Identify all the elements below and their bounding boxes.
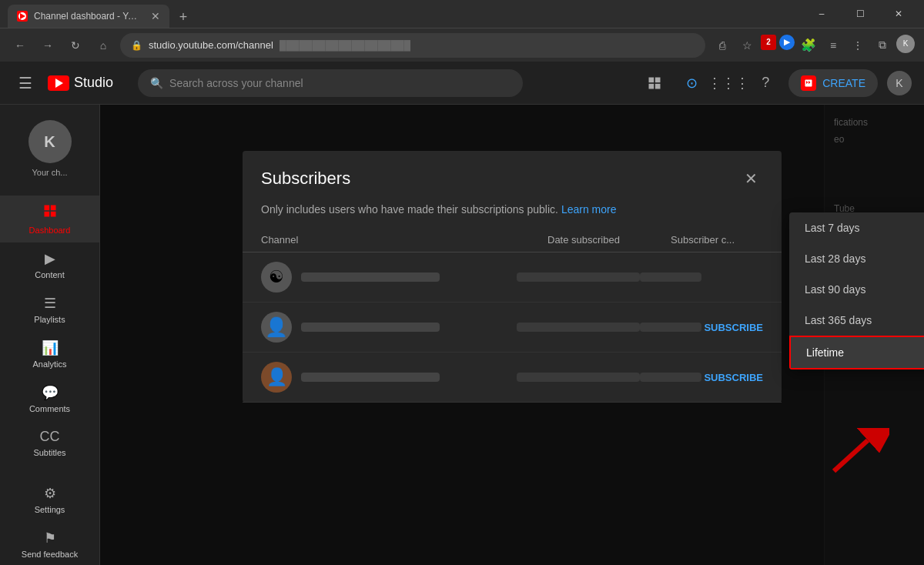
sidebar-label-content: Content	[35, 270, 65, 279]
url-redacted: ████████████████████	[280, 40, 410, 51]
dropdown-lifetime[interactable]: Lifetime	[789, 336, 924, 369]
subscriber-name-1	[301, 272, 440, 282]
subtitles-icon: CC	[40, 429, 60, 445]
yt-logo-icon	[48, 75, 69, 91]
close-btn[interactable]: ✕	[881, 0, 916, 28]
sidebar-item-feedback[interactable]: ⚑ Send feedback	[0, 522, 99, 565]
help-icon-btn[interactable]: ?	[752, 69, 779, 97]
subscribe-btn-3[interactable]: SUBSCRIBE	[701, 372, 763, 383]
svg-rect-4	[44, 206, 49, 211]
column-count: Subscriber c...	[671, 234, 763, 246]
profile-menu[interactable]: ≡	[822, 35, 844, 56]
dropdown-last365[interactable]: Last 365 days	[789, 305, 924, 336]
svg-rect-2	[649, 83, 654, 89]
channel-label: Your ch...	[32, 168, 67, 177]
subscriber-avatar-2: 👤	[261, 312, 292, 343]
modal-subtitle: Only includes users who have made their …	[243, 203, 782, 228]
sidebar-item-dashboard[interactable]: Dashboard	[0, 196, 99, 242]
yin-yang-icon: ☯	[269, 267, 284, 287]
window-controls: – ☐ ✕	[804, 0, 916, 28]
sidebar-item-playlists[interactable]: ☰ Playlists	[0, 287, 99, 332]
split-view[interactable]: ⧉	[872, 35, 893, 56]
url-bar[interactable]: 🔒 studio.youtube.com/channel ███████████…	[120, 33, 705, 58]
user-avatar-ext[interactable]: K	[896, 35, 915, 53]
minimize-btn[interactable]: –	[804, 0, 839, 28]
subscriber-avatar-1: ☯	[261, 262, 292, 293]
modal-close-btn[interactable]: ✕	[738, 166, 763, 191]
svg-rect-5	[50, 206, 55, 211]
extension-red[interactable]: 2	[761, 35, 776, 50]
subscriber-date-2	[517, 323, 640, 332]
subscriber-avatar-3: 👤	[261, 362, 292, 393]
new-tab-button[interactable]: +	[172, 6, 194, 28]
settings-icon: ⚙	[44, 485, 56, 502]
sidebar-label-playlists: Playlists	[34, 315, 65, 324]
extension-blue[interactable]: ▶	[779, 35, 795, 50]
sidebar-label-settings: Settings	[35, 505, 65, 514]
face-icon-2: 👤	[265, 316, 288, 338]
bookmark-btn[interactable]: ☆	[736, 35, 758, 56]
analytics-icon: 📊	[42, 339, 59, 356]
top-nav: ☰ Studio 🔍 ⊙ ⋮⋮⋮ ? CREATE	[0, 62, 924, 105]
create-label: CREATE	[822, 77, 865, 89]
nav-right: ⊙ ⋮⋮⋮ ? CREATE K	[641, 69, 912, 97]
active-tab[interactable]: Channel dashboard - YouTube S... ✕	[8, 5, 169, 28]
subscriber-count-2	[640, 323, 701, 332]
user-avatar[interactable]: K	[887, 71, 912, 95]
browser-chrome: Channel dashboard - YouTube S... ✕ + – ☐…	[0, 0, 924, 62]
cast-icon-btn[interactable]: ⊙	[678, 69, 705, 97]
sidebar-item-content[interactable]: ▶ Content	[0, 242, 99, 287]
maximize-btn[interactable]: ☐	[842, 0, 878, 28]
dropdown-menu: Last 7 days Last 28 days Last 90 days La…	[789, 212, 924, 369]
sidebar-label-subtitles: Subtitles	[33, 448, 65, 457]
sidebar-label-comments: Comments	[29, 404, 70, 413]
sidebar-label-analytics: Analytics	[32, 359, 66, 369]
channel-info: K Your ch...	[0, 111, 99, 183]
subscribe-btn-2[interactable]: SUBSCRIBE	[701, 322, 763, 333]
sidebar-label-dashboard: Dashboard	[29, 226, 71, 235]
sidebar-item-analytics[interactable]: 📊 Analytics	[0, 332, 99, 376]
comments-icon: 💬	[42, 384, 59, 401]
subscriber-date-1	[517, 272, 640, 282]
table-row: 👤 SUBSCRIBE	[243, 303, 782, 353]
lock-icon: 🔒	[131, 40, 142, 51]
search-bar: 🔍	[138, 69, 523, 97]
sidebar-item-subtitles[interactable]: CC Subtitles	[0, 421, 99, 465]
yt-play-icon	[55, 79, 63, 88]
create-button[interactable]: CREATE	[788, 69, 878, 97]
sidebar-item-settings[interactable]: ⚙ Settings	[0, 477, 99, 522]
yt-studio-app: ☰ Studio 🔍 ⊙ ⋮⋮⋮ ? CREATE	[0, 62, 924, 565]
address-bar: ← → ↻ ⌂ 🔒 studio.youtube.com/channel ███…	[0, 28, 924, 62]
learn-more-link[interactable]: Learn more	[561, 203, 617, 216]
main-layout: K Your ch... Dashboard ▶ Content ☰ Playl…	[0, 105, 924, 565]
dashboard-icon-btn[interactable]	[641, 69, 668, 97]
search-input-wrap: 🔍	[138, 69, 523, 97]
yt-logo[interactable]: Studio	[48, 75, 113, 91]
modal-title: Subscribers	[261, 169, 350, 189]
home-btn[interactable]: ⌂	[92, 35, 114, 56]
dropdown-last28[interactable]: Last 28 days	[789, 243, 924, 274]
content-icon: ▶	[45, 250, 55, 267]
subscriber-count-1	[640, 272, 701, 282]
search-input[interactable]	[169, 77, 511, 89]
apps-icon-btn[interactable]: ⋮⋮⋮	[715, 69, 742, 97]
modal-header: Subscribers ✕	[243, 151, 782, 203]
share-btn[interactable]: ⎙	[711, 35, 733, 56]
channel-avatar: K	[28, 120, 72, 163]
sidebar-item-comments[interactable]: 💬 Comments	[0, 376, 99, 421]
forward-btn[interactable]: →	[37, 35, 59, 56]
title-bar: Channel dashboard - YouTube S... ✕ + – ☐…	[0, 0, 924, 28]
tab-close-btn[interactable]: ✕	[151, 10, 160, 22]
dropdown-last7[interactable]: Last 7 days	[789, 212, 924, 243]
dropdown-last90[interactable]: Last 90 days	[789, 274, 924, 305]
browser-menu[interactable]: ⋮	[847, 35, 869, 56]
studio-text: Studio	[74, 75, 113, 91]
tab-title: Channel dashboard - YouTube S...	[34, 11, 142, 22]
subscriber-count-3	[640, 373, 701, 382]
reload-btn[interactable]: ↻	[65, 35, 86, 56]
subscriber-name-3	[301, 373, 440, 382]
hamburger-menu[interactable]: ☰	[12, 68, 38, 99]
extensions-btn[interactable]: 🧩	[798, 35, 819, 56]
modal-overlay[interactable]: Subscribers ✕ Only includes users who ha…	[100, 105, 924, 565]
back-btn[interactable]: ←	[9, 35, 31, 56]
